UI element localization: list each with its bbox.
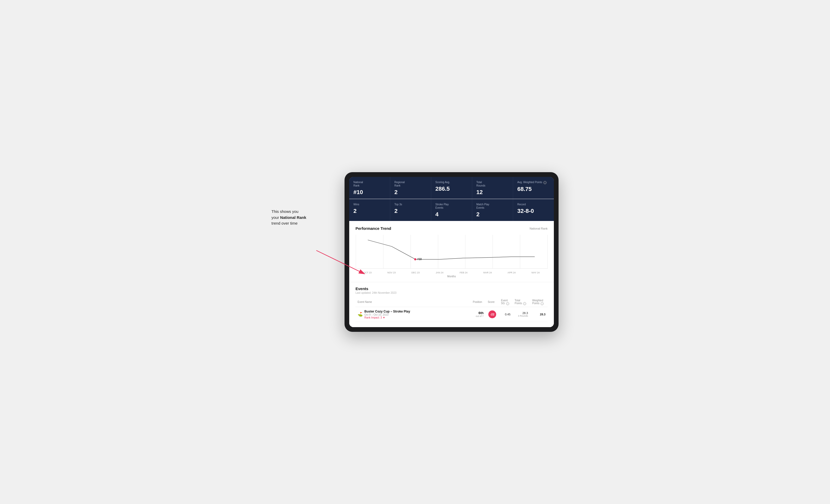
event-position-sub: out of 7: [473, 315, 484, 317]
events-section: Events Last updated: 24th November 2023 …: [349, 282, 554, 327]
stat-regional-rank-value: 2: [394, 189, 427, 196]
stat-avg-weighted: Avg. Weighted Points ⓘ 68.75: [513, 177, 554, 199]
stat-stroke-play: Stroke PlayEvents 4: [431, 199, 472, 221]
th-total-points: TotalPoints ⓘ: [513, 297, 530, 307]
stat-avg-weighted-label: Avg. Weighted Points ⓘ: [517, 180, 550, 184]
event-weighted-value: 28.3: [540, 313, 545, 316]
event-info: Buster Cozy Cup – Stroke Play Oct 9 – Oc…: [364, 310, 410, 319]
chart-label-nov23: NOV 23: [380, 271, 404, 274]
rank-impact: Rank Impact: 3 ▼: [364, 316, 410, 319]
chart-area: #10: [355, 235, 548, 269]
chart-label-dec23: DEC 23: [404, 271, 427, 274]
events-updated: Last updated: 24th November 2023: [355, 292, 548, 294]
event-total-points-value: 28.3: [515, 311, 528, 314]
event-position-value: 6th: [473, 311, 484, 315]
chart-x-title: Months: [355, 275, 548, 278]
chart-label-apr24: APR 24: [500, 271, 523, 274]
stats-row1: NationalRank #10 RegionalRank 2 Scoring …: [349, 177, 554, 199]
stat-stroke-play-value: 4: [435, 211, 468, 218]
content-area: NationalRank #10 RegionalRank 2 Scoring …: [349, 177, 554, 327]
stat-scoring-avg-value: 286.5: [435, 186, 468, 192]
stat-regional-rank: RegionalRank 2: [390, 177, 431, 199]
annotation-line1: This shows you: [272, 209, 298, 214]
perf-header: Performance Trend National Rank: [355, 226, 548, 231]
th-event-sg: EventSG ⓘ: [499, 297, 513, 307]
annotation-line3: trend over time: [272, 221, 297, 225]
score-badge: -22: [488, 310, 496, 318]
performance-section: Performance Trend National Rank: [349, 221, 554, 282]
annotation-text: This shows you your National Rank trend …: [272, 209, 306, 227]
chart-label-jan24: JAN 24: [427, 271, 451, 274]
stat-match-play-value: 2: [476, 211, 509, 218]
info-icon-total-points: ⓘ: [523, 302, 526, 305]
stat-wins-label: Wins: [353, 203, 386, 206]
stat-regional-rank-label: RegionalRank: [394, 180, 427, 187]
stat-record-value: 32-8-0: [517, 208, 550, 214]
perf-title: Performance Trend: [355, 226, 391, 231]
stat-national-rank-label: NationalRank: [353, 180, 386, 187]
event-score-cell: -22: [486, 307, 499, 322]
event-position-cell: 6th out of 7: [471, 307, 486, 322]
stat-record: Record 32-8-0: [513, 199, 554, 221]
events-table: Event Name Position Score EventSG ⓘ Tota…: [355, 297, 548, 322]
info-icon-sg: ⓘ: [506, 302, 509, 305]
tablet-screen: NationalRank #10 RegionalRank 2 Scoring …: [349, 177, 554, 327]
th-event-name: Event Name: [355, 297, 471, 307]
stat-national-rank: NationalRank #10: [349, 177, 390, 199]
info-icon-weighted: ⓘ: [543, 181, 547, 184]
event-date: Oct 9 – Oct 10, 2023: [364, 313, 410, 316]
stat-total-rounds-value: 12: [476, 189, 509, 196]
rank-label: #10: [417, 258, 422, 261]
stat-record-label: Record: [517, 203, 550, 206]
event-row-1: ⛳ Buster Cozy Cup – Stroke Play Oct 9 – …: [355, 307, 548, 322]
event-sg-cell: 0.45: [499, 307, 513, 322]
th-weighted-points: WeightedPoints ⓘ: [530, 297, 548, 307]
event-name-cell: ⛳ Buster Cozy Cup – Stroke Play Oct 9 – …: [355, 307, 471, 322]
stat-scoring-avg: Scoring Avg. 286.5: [431, 177, 472, 199]
chart-label-may24: MAY 24: [523, 271, 548, 274]
event-total-points-cell: 28.3 3 Rounds: [513, 307, 530, 322]
golf-icon: ⛳: [358, 312, 363, 317]
event-cell-inner: ⛳ Buster Cozy Cup – Stroke Play Oct 9 – …: [358, 310, 469, 319]
stat-top3s-label: Top 3s: [394, 203, 427, 206]
stat-match-play: Match PlayEvents 2: [472, 199, 513, 221]
stat-top3s-value: 2: [394, 208, 427, 214]
events-table-header-row: Event Name Position Score EventSG ⓘ Tota…: [355, 297, 548, 307]
tablet-frame: NationalRank #10 RegionalRank 2 Scoring …: [345, 172, 558, 332]
events-title: Events: [355, 287, 548, 291]
stats-row2: Wins 2 Top 3s 2 Stroke PlayEvents 4 Ma: [349, 199, 554, 221]
chart-label-feb24: FEB 24: [451, 271, 476, 274]
stat-match-play-label: Match PlayEvents: [476, 203, 509, 209]
stat-stroke-play-label: Stroke PlayEvents: [435, 203, 468, 209]
stat-total-rounds: TotalRounds 12: [472, 177, 513, 199]
annotation-line2-prefix: your: [272, 215, 280, 220]
rank-impact-label: Rank Impact: 3: [364, 316, 382, 319]
event-weighted-cell: 28.3: [530, 307, 548, 322]
perf-label: National Rank: [530, 227, 548, 230]
stat-wins-value: 2: [353, 208, 386, 214]
stat-total-rounds-label: TotalRounds: [476, 180, 509, 187]
annotation-bold: National Rank: [280, 215, 306, 220]
chart-x-labels: OCT 23 NOV 23 DEC 23 JAN 24 FEB 24 MAR 2…: [355, 270, 548, 274]
info-icon-wpoints: ⓘ: [541, 302, 544, 305]
stat-scoring-avg-label: Scoring Avg.: [435, 180, 468, 184]
rank-impact-arrow: ▼: [383, 316, 385, 319]
stat-top3s: Top 3s 2: [390, 199, 431, 221]
stat-avg-weighted-value: 68.75: [517, 186, 550, 193]
chart-label-mar24: MAR 24: [476, 271, 500, 274]
th-position: Position: [471, 297, 486, 307]
event-name-main: Buster Cozy Cup – Stroke Play: [364, 310, 410, 313]
trend-line-svg: [356, 235, 548, 268]
event-rounds: 3 Rounds: [515, 314, 528, 317]
stat-wins: Wins 2: [349, 199, 390, 221]
th-score: Score: [486, 297, 499, 307]
stat-national-rank-value: #10: [353, 189, 386, 196]
event-sg-value: 0.45: [505, 313, 510, 316]
chart-label-oct23: OCT 23: [355, 271, 380, 274]
